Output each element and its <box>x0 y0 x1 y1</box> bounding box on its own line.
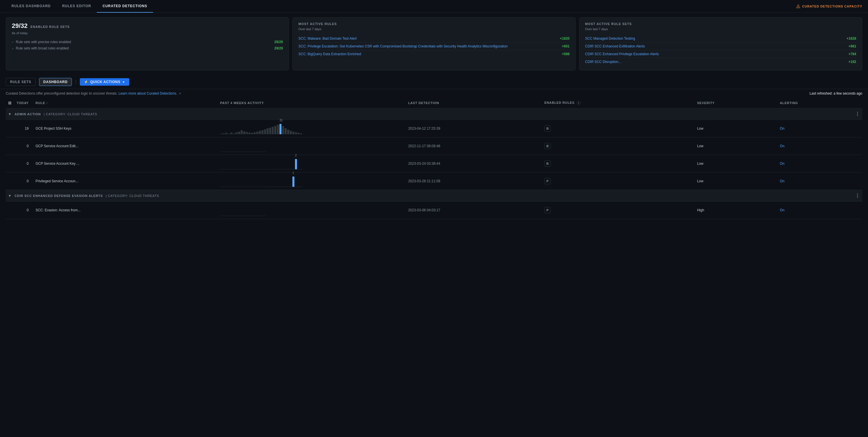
stat-value-precise: 29/29 <box>274 40 283 44</box>
enabled-rule-sets-number: 29/32 <box>12 22 28 30</box>
toolbar: RULE SETS DASHBOARD | ⚡ QUICK ACTIONS ▼ <box>0 75 868 89</box>
row-rule-name[interactable]: GCP Service Account Edit... <box>33 138 218 155</box>
group-header-cell: ▼ ADMIN ACTION | Category: Cloud Threats… <box>6 108 862 120</box>
most-active-rules-title: MOST ACTIVE RULES <box>299 22 337 26</box>
stat-row-precise: Rule sets with precise rules enabled 29/… <box>12 39 283 45</box>
active-rule-item: SCC: Privilege Escalation: Get Kubernete… <box>299 42 569 50</box>
enabled-rule-sets-card: 29/32 ENABLED RULE SETS As of today Rule… <box>6 17 289 70</box>
chart-bar <box>272 169 274 169</box>
group-header-row: ▼ ADMIN ACTION | Category: Cloud Threats… <box>6 108 862 120</box>
row-today: 19 <box>14 120 33 138</box>
chart-bar <box>287 130 289 134</box>
tab-curated-detections[interactable]: CURATED DETECTIONS <box>97 0 153 13</box>
dashboard-button[interactable]: DASHBOARD <box>39 78 72 86</box>
col-last-detection: LAST DETECTION <box>406 98 542 108</box>
enabled-rules-info-icon[interactable]: i <box>577 101 581 105</box>
active-rule-item: SCC: BigQuery Data Extraction Enriched +… <box>299 50 569 58</box>
col-alerting: ALERTING <box>777 98 862 108</box>
active-rule-link-1[interactable]: SCC: Malware: Bad Domain Test Alert <box>299 36 556 40</box>
most-active-rules-card: MOST ACTIVE RULES Over last 7 days SCC: … <box>292 17 576 70</box>
chart-bar <box>300 169 302 169</box>
stat-row-broad: Rule sets with broad rules enabled 29/29 <box>12 45 283 52</box>
col-last-detection-label: LAST DETECTION <box>408 101 439 105</box>
capacity-warning-label: CURATED DETECTIONS CAPACITY <box>802 5 862 8</box>
row-alerting: On <box>777 155 862 173</box>
group-more-icon[interactable]: ⋮ <box>855 111 860 117</box>
chart-bar <box>272 186 274 187</box>
chart-bar <box>295 132 297 134</box>
chart-bar <box>241 130 243 134</box>
stat-value-broad: 29/29 <box>274 46 283 50</box>
active-rule-count-2: +601 <box>562 44 569 48</box>
row-activity: 2 <box>218 155 406 173</box>
chart-bar <box>298 186 300 187</box>
stat-label-precise: Rule sets with precise rules enabled <box>12 40 71 44</box>
active-rule-link-3[interactable]: SCC: BigQuery Data Extraction Enriched <box>299 52 558 56</box>
chart-bar <box>272 127 274 134</box>
active-rule-set-link-2[interactable]: CDIR SCC Enhanced Exfiltration Alerts <box>585 44 845 48</box>
rule-badge: B <box>544 143 551 149</box>
rule-sets-button[interactable]: RULE SETS <box>6 78 36 86</box>
row-last-detection: 2022-11-17 08:09:48 <box>406 138 542 155</box>
row-alerting: On <box>777 138 862 155</box>
chart-bar <box>285 169 287 169</box>
group-more-icon[interactable]: ⋮ <box>855 193 860 198</box>
row-empty <box>6 202 14 219</box>
chart-bar <box>269 169 271 169</box>
active-rule-link-2[interactable]: SCC: Privilege Escalation: Get Kubernete… <box>299 44 558 48</box>
active-rule-set-link-4[interactable]: CDIR SCC Disruption... <box>585 60 845 64</box>
capacity-warning[interactable]: CURATED DETECTIONS CAPACITY <box>796 4 862 9</box>
col-severity: SEVERITY <box>695 98 777 108</box>
activity-chart: 1 <box>220 175 266 187</box>
col-collapse: ⊠ <box>6 98 14 108</box>
group-header-row: ▼ CDIR SCC ENHANCED DEFENSE EVASION ALER… <box>6 190 862 202</box>
col-severity-label: SEVERITY <box>697 101 715 105</box>
tab-rules-dashboard[interactable]: RULES DASHBOARD <box>6 0 56 13</box>
row-enabled-rules: B <box>542 155 695 173</box>
collapse-all-icon[interactable]: ⊠ <box>8 100 12 105</box>
row-activity <box>218 202 406 219</box>
chevron-down-icon: ▼ <box>122 81 125 84</box>
chart-bar <box>300 186 302 187</box>
summary-cards: 29/32 ENABLED RULE SETS As of today Rule… <box>0 13 868 75</box>
info-description: Curated Detections offer preconfigured d… <box>6 91 181 95</box>
most-active-rule-sets-subtitle: Over last 7 days <box>585 27 856 31</box>
group-chevron-icon[interactable]: ▼ <box>8 194 12 198</box>
active-rule-set-link-3[interactable]: CDIR SCC Enhanced Privilege Escalation A… <box>585 52 845 56</box>
row-alerting: On <box>777 120 862 138</box>
chart-bar <box>290 169 292 169</box>
row-rule-name[interactable]: SCC: Evasion: Access from... <box>33 202 218 219</box>
row-enabled-rules: B <box>542 138 695 155</box>
quick-actions-button[interactable]: ⚡ QUICK ACTIONS ▼ <box>80 78 129 86</box>
group-chevron-icon[interactable]: ▼ <box>8 112 12 116</box>
col-today-label: TODAY <box>17 101 29 105</box>
chart-bar <box>282 169 284 169</box>
col-rule[interactable]: RULE ↑ <box>33 98 218 108</box>
row-today: 0 <box>14 155 33 173</box>
rule-badge: P <box>544 207 551 213</box>
learn-more-link[interactable]: Learn more about Curated Detections. <box>119 91 177 95</box>
most-active-rule-sets-title: MOST ACTIVE RULE SETS <box>585 22 632 26</box>
table-row: 19 GCE Project SSH Keys 31 2023-04-12 17… <box>6 120 862 138</box>
table-row: 0 GCP Service Account Key ... 2 2023-03-… <box>6 155 862 173</box>
chart-bar <box>279 124 281 134</box>
chart-bar <box>295 159 297 169</box>
row-rule-name[interactable]: GCP Service Account Key ... <box>33 155 218 173</box>
row-rule-name[interactable]: GCE Project SSH Keys <box>33 120 218 138</box>
row-rule-name[interactable]: Privileged Service Accoun... <box>33 173 218 190</box>
tab-rules-editor[interactable]: RULES EDITOR <box>56 0 97 13</box>
row-severity: Low <box>695 138 777 155</box>
activity-chart <box>220 204 266 216</box>
table-row: 0 GCP Service Account Edit... 2022-11-17… <box>6 138 862 155</box>
active-rule-count-3: +589 <box>562 52 569 56</box>
most-active-rules-list: SCC: Malware: Bad Domain Test Alert +182… <box>299 35 569 58</box>
chart-bar <box>277 125 279 134</box>
chart-bar <box>279 186 281 187</box>
group-category: | Category: Cloud Threats <box>106 194 159 198</box>
chart-bar <box>282 186 284 187</box>
active-rule-set-link-1[interactable]: SCC Managed Detection Testing <box>585 36 843 40</box>
active-rule-set-count-4: +182 <box>848 60 856 64</box>
chart-bar <box>292 169 294 169</box>
enabled-rule-sets-title: ENABLED RULE SETS <box>30 25 70 28</box>
warning-icon <box>796 4 801 9</box>
